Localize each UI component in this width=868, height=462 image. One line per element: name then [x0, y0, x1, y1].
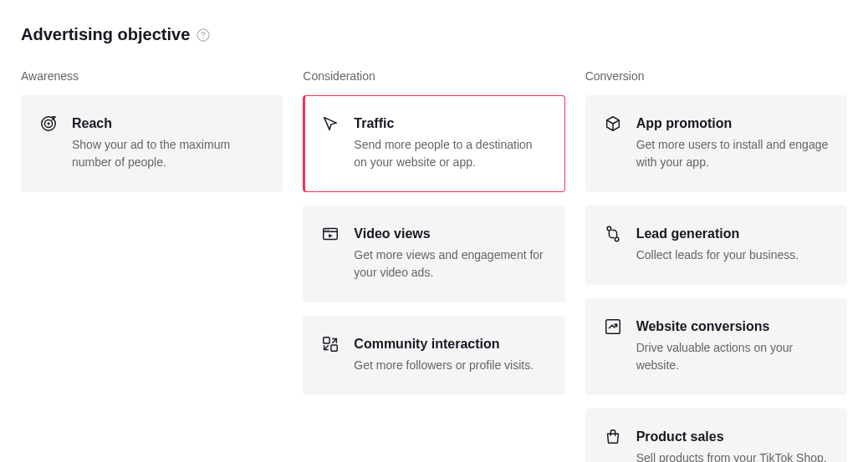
traffic-icon [320, 114, 340, 135]
svg-point-6 [325, 230, 326, 231]
app-promo-desc: Get more users to install and engage wit… [636, 136, 830, 171]
conversion-column: Conversion App promotion Get more users … [585, 69, 847, 462]
page-header: Advertising objective [21, 25, 847, 44]
reach-icon [38, 114, 59, 135]
consideration-header: Consideration [303, 69, 564, 83]
website-conv-title: Website conversions [636, 319, 830, 334]
svg-rect-9 [331, 345, 337, 351]
lead-gen-desc: Collect leads for your business. [636, 246, 830, 264]
community-card[interactable]: Community interaction Get more followers… [303, 316, 564, 395]
reach-card[interactable]: Reach Show your ad to the maximum number… [21, 95, 283, 192]
product-sales-card[interactable]: Product sales Sell products from your Ti… [585, 409, 847, 462]
svg-point-7 [328, 230, 329, 231]
conversion-header: Conversion [585, 69, 847, 83]
svg-point-11 [615, 237, 619, 241]
video-icon [320, 225, 340, 245]
lead-gen-title: Lead generation [636, 226, 830, 241]
svg-point-1 [203, 37, 204, 38]
awareness-header: Awareness [21, 69, 283, 83]
reach-desc: Show your ad to the maximum number of pe… [72, 136, 265, 171]
app-promo-icon [603, 114, 623, 135]
website-conversions-card[interactable]: Website conversions Drive valuable actio… [585, 298, 847, 395]
app-promo-title: App promotion [636, 116, 830, 131]
page-title: Advertising objective [21, 25, 190, 44]
lead-generation-card[interactable]: Lead generation Collect leads for your b… [585, 206, 847, 285]
community-title: Community interaction [354, 337, 547, 352]
website-conv-desc: Drive valuable actions on your website. [636, 339, 830, 374]
community-icon [320, 335, 340, 355]
awareness-column: Awareness Reach Show your ad to the maxi… [21, 69, 283, 462]
video-views-title: Video views [354, 226, 547, 241]
product-sales-title: Product sales [636, 429, 830, 444]
video-views-desc: Get more views and engagement for your v… [354, 246, 547, 282]
objective-columns: Awareness Reach Show your ad to the maxi… [21, 69, 847, 462]
community-desc: Get more followers or profile visits. [354, 357, 547, 374]
svg-point-10 [607, 226, 611, 231]
traffic-card[interactable]: Traffic Send more people to a destinatio… [303, 95, 564, 192]
product-sales-desc: Sell products from your TikTok Shop, web… [636, 449, 830, 462]
product-sales-icon [603, 428, 623, 448]
help-icon[interactable] [197, 28, 210, 42]
svg-rect-8 [324, 338, 329, 343]
website-conv-icon [603, 317, 623, 338]
consideration-column: Consideration Traffic Send more people t… [303, 69, 564, 462]
lead-gen-icon [603, 225, 623, 245]
video-views-card[interactable]: Video views Get more views and engagemen… [303, 206, 564, 302]
reach-title: Reach [72, 116, 265, 131]
traffic-desc: Send more people to a destination on you… [354, 136, 547, 171]
app-promotion-card[interactable]: App promotion Get more users to install … [585, 95, 847, 192]
traffic-title: Traffic [354, 116, 547, 131]
svg-point-4 [48, 123, 50, 125]
